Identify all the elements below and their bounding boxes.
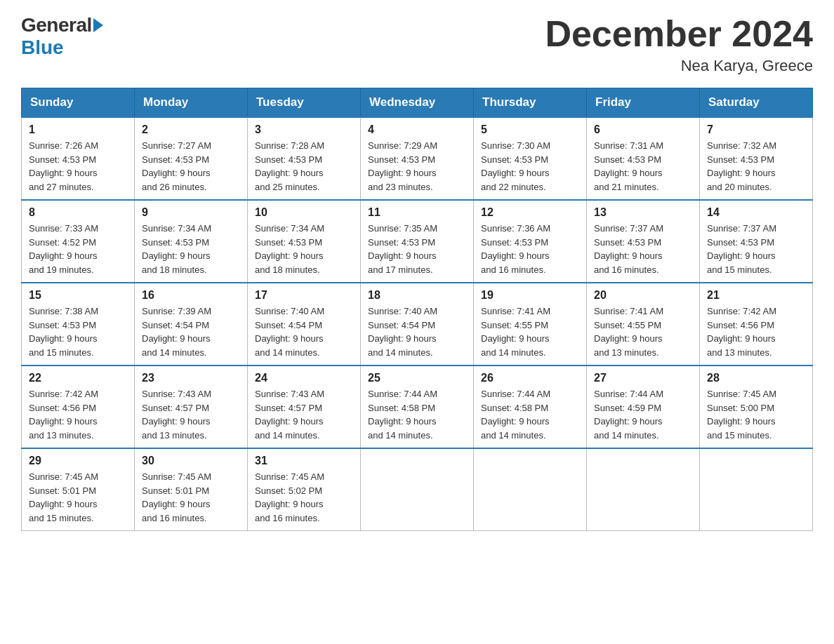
- day-info: Sunrise: 7:31 AMSunset: 4:53 PMDaylight:…: [594, 139, 692, 194]
- day-info: Sunrise: 7:36 AMSunset: 4:53 PMDaylight:…: [481, 222, 579, 276]
- calendar-day-4: 4Sunrise: 7:29 AMSunset: 4:53 PMDaylight…: [361, 117, 474, 200]
- calendar-day-empty: [587, 448, 700, 531]
- day-info: Sunrise: 7:42 AMSunset: 4:56 PMDaylight:…: [29, 387, 127, 442]
- calendar-day-18: 18Sunrise: 7:40 AMSunset: 4:54 PMDayligh…: [361, 283, 474, 365]
- calendar-day-22: 22Sunrise: 7:42 AMSunset: 4:56 PMDayligh…: [22, 365, 135, 448]
- day-number: 17: [255, 289, 353, 302]
- weekday-header-wednesday: Wednesday: [361, 88, 474, 118]
- weekday-header-row: SundayMondayTuesdayWednesdayThursdayFrid…: [22, 88, 813, 118]
- day-number: 18: [368, 289, 466, 302]
- day-info: Sunrise: 7:43 AMSunset: 4:57 PMDaylight:…: [142, 387, 240, 442]
- weekday-header-monday: Monday: [135, 88, 248, 118]
- day-info: Sunrise: 7:44 AMSunset: 4:59 PMDaylight:…: [594, 387, 692, 442]
- calendar-day-23: 23Sunrise: 7:43 AMSunset: 4:57 PMDayligh…: [135, 365, 248, 448]
- calendar-day-empty: [474, 448, 587, 531]
- day-info: Sunrise: 7:32 AMSunset: 4:53 PMDaylight:…: [707, 139, 805, 194]
- calendar-day-empty: [361, 448, 474, 531]
- day-number: 6: [594, 123, 692, 136]
- day-number: 2: [142, 123, 240, 136]
- logo-blue-text: Blue: [21, 36, 64, 59]
- day-info: Sunrise: 7:43 AMSunset: 4:57 PMDaylight:…: [255, 387, 353, 442]
- day-number: 29: [29, 455, 127, 467]
- calendar-day-29: 29Sunrise: 7:45 AMSunset: 5:01 PMDayligh…: [22, 448, 135, 531]
- calendar-day-21: 21Sunrise: 7:42 AMSunset: 4:56 PMDayligh…: [700, 283, 813, 365]
- day-number: 25: [368, 372, 466, 384]
- week-row-1: 1Sunrise: 7:26 AMSunset: 4:53 PMDaylight…: [22, 117, 813, 200]
- day-number: 21: [707, 289, 805, 302]
- day-number: 7: [707, 123, 805, 136]
- weekday-header-friday: Friday: [587, 88, 700, 118]
- day-info: Sunrise: 7:37 AMSunset: 4:53 PMDaylight:…: [707, 222, 805, 276]
- calendar-day-12: 12Sunrise: 7:36 AMSunset: 4:53 PMDayligh…: [474, 200, 587, 283]
- calendar-day-17: 17Sunrise: 7:40 AMSunset: 4:54 PMDayligh…: [248, 283, 361, 365]
- calendar-day-19: 19Sunrise: 7:41 AMSunset: 4:55 PMDayligh…: [474, 283, 587, 365]
- calendar-day-1: 1Sunrise: 7:26 AMSunset: 4:53 PMDaylight…: [22, 117, 135, 200]
- day-number: 23: [142, 372, 240, 384]
- day-info: Sunrise: 7:39 AMSunset: 4:54 PMDaylight:…: [142, 304, 240, 359]
- day-info: Sunrise: 7:45 AMSunset: 5:01 PMDaylight:…: [142, 470, 240, 525]
- calendar-day-26: 26Sunrise: 7:44 AMSunset: 4:58 PMDayligh…: [474, 365, 587, 448]
- day-info: Sunrise: 7:45 AMSunset: 5:01 PMDaylight:…: [29, 470, 127, 525]
- calendar-day-empty: [700, 448, 813, 531]
- calendar-day-20: 20Sunrise: 7:41 AMSunset: 4:55 PMDayligh…: [587, 283, 700, 365]
- calendar-day-11: 11Sunrise: 7:35 AMSunset: 4:53 PMDayligh…: [361, 200, 474, 283]
- weekday-header-sunday: Sunday: [22, 88, 135, 118]
- weekday-header-saturday: Saturday: [700, 88, 813, 118]
- day-info: Sunrise: 7:27 AMSunset: 4:53 PMDaylight:…: [142, 139, 240, 194]
- calendar-day-27: 27Sunrise: 7:44 AMSunset: 4:59 PMDayligh…: [587, 365, 700, 448]
- weekday-header-tuesday: Tuesday: [248, 88, 361, 118]
- calendar-day-15: 15Sunrise: 7:38 AMSunset: 4:53 PMDayligh…: [22, 283, 135, 365]
- day-info: Sunrise: 7:35 AMSunset: 4:53 PMDaylight:…: [368, 222, 466, 276]
- day-number: 31: [255, 455, 353, 467]
- day-info: Sunrise: 7:34 AMSunset: 4:53 PMDaylight:…: [255, 222, 353, 276]
- day-info: Sunrise: 7:29 AMSunset: 4:53 PMDaylight:…: [368, 139, 466, 194]
- day-info: Sunrise: 7:33 AMSunset: 4:52 PMDaylight:…: [29, 222, 127, 276]
- calendar-day-8: 8Sunrise: 7:33 AMSunset: 4:52 PMDaylight…: [22, 200, 135, 283]
- weekday-header-thursday: Thursday: [474, 88, 587, 118]
- calendar-day-16: 16Sunrise: 7:39 AMSunset: 4:54 PMDayligh…: [135, 283, 248, 365]
- day-info: Sunrise: 7:37 AMSunset: 4:53 PMDaylight:…: [594, 222, 692, 276]
- day-number: 9: [142, 206, 240, 219]
- title-block: December 2024 Nea Karya, Greece: [545, 14, 813, 75]
- logo: General Blue: [21, 14, 105, 59]
- day-info: Sunrise: 7:30 AMSunset: 4:53 PMDaylight:…: [481, 139, 579, 194]
- day-info: Sunrise: 7:44 AMSunset: 4:58 PMDaylight:…: [368, 387, 466, 442]
- day-number: 24: [255, 372, 353, 384]
- day-info: Sunrise: 7:41 AMSunset: 4:55 PMDaylight:…: [594, 304, 692, 359]
- calendar-day-10: 10Sunrise: 7:34 AMSunset: 4:53 PMDayligh…: [248, 200, 361, 283]
- day-number: 30: [142, 455, 240, 467]
- logo-triangle-icon: [93, 18, 103, 32]
- calendar-table: SundayMondayTuesdayWednesdayThursdayFrid…: [21, 88, 813, 531]
- calendar-day-31: 31Sunrise: 7:45 AMSunset: 5:02 PMDayligh…: [248, 448, 361, 531]
- day-number: 19: [481, 289, 579, 302]
- day-number: 22: [29, 372, 127, 384]
- calendar-day-6: 6Sunrise: 7:31 AMSunset: 4:53 PMDaylight…: [587, 117, 700, 200]
- day-number: 10: [255, 206, 353, 219]
- calendar-day-2: 2Sunrise: 7:27 AMSunset: 4:53 PMDaylight…: [135, 117, 248, 200]
- week-row-3: 15Sunrise: 7:38 AMSunset: 4:53 PMDayligh…: [22, 283, 813, 365]
- day-info: Sunrise: 7:40 AMSunset: 4:54 PMDaylight:…: [368, 304, 466, 359]
- day-number: 5: [481, 123, 579, 136]
- day-number: 20: [594, 289, 692, 302]
- day-info: Sunrise: 7:38 AMSunset: 4:53 PMDaylight:…: [29, 304, 127, 359]
- day-number: 28: [707, 372, 805, 384]
- calendar-day-24: 24Sunrise: 7:43 AMSunset: 4:57 PMDayligh…: [248, 365, 361, 448]
- calendar-day-3: 3Sunrise: 7:28 AMSunset: 4:53 PMDaylight…: [248, 117, 361, 200]
- day-number: 11: [368, 206, 466, 219]
- day-number: 8: [29, 206, 127, 219]
- day-number: 13: [594, 206, 692, 219]
- day-info: Sunrise: 7:44 AMSunset: 4:58 PMDaylight:…: [481, 387, 579, 442]
- day-info: Sunrise: 7:26 AMSunset: 4:53 PMDaylight:…: [29, 139, 127, 194]
- day-number: 15: [29, 289, 127, 302]
- calendar-day-9: 9Sunrise: 7:34 AMSunset: 4:53 PMDaylight…: [135, 200, 248, 283]
- day-number: 16: [142, 289, 240, 302]
- calendar-day-30: 30Sunrise: 7:45 AMSunset: 5:01 PMDayligh…: [135, 448, 248, 531]
- day-number: 12: [481, 206, 579, 219]
- calendar-day-5: 5Sunrise: 7:30 AMSunset: 4:53 PMDaylight…: [474, 117, 587, 200]
- day-number: 26: [481, 372, 579, 384]
- day-info: Sunrise: 7:41 AMSunset: 4:55 PMDaylight:…: [481, 304, 579, 359]
- week-row-2: 8Sunrise: 7:33 AMSunset: 4:52 PMDaylight…: [22, 200, 813, 283]
- day-number: 27: [594, 372, 692, 384]
- logo-general-text: General: [21, 14, 92, 36]
- calendar-day-7: 7Sunrise: 7:32 AMSunset: 4:53 PMDaylight…: [700, 117, 813, 200]
